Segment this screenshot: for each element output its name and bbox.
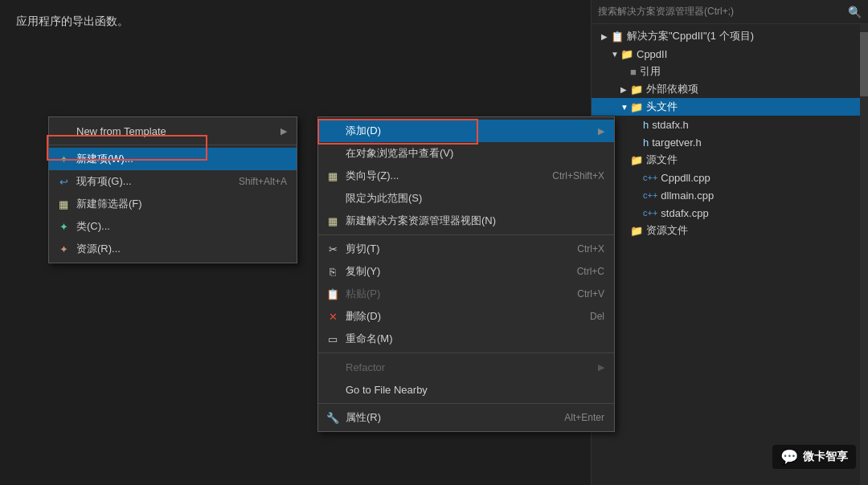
menu-item-add[interactable]: 添加(D) ▶ bbox=[318, 120, 614, 142]
new-item-icon: ✦ bbox=[55, 153, 72, 165]
project-label: CppdII bbox=[637, 48, 667, 60]
existing-item-icon: ↩ bbox=[55, 176, 72, 188]
menu-item-new-filter[interactable]: ▦ 新建筛选器(F) bbox=[49, 193, 297, 215]
menu-item-cut[interactable]: ✂ 剪切(T) Ctrl+X bbox=[318, 238, 614, 260]
copy-label: 复制(Y) bbox=[346, 264, 561, 279]
cut-shortcut: Ctrl+X bbox=[577, 243, 604, 255]
tree-item-external-deps[interactable]: ▶ 📁 外部依赖项 bbox=[592, 80, 868, 98]
class-icon: ✦ bbox=[55, 221, 72, 233]
properties-icon: 🔧 bbox=[325, 412, 341, 424]
existing-item-shortcut: Shift+Alt+A bbox=[239, 176, 287, 187]
references-label: 引用 bbox=[640, 64, 661, 79]
delete-shortcut: Del bbox=[590, 311, 604, 322]
targetver-h-label: targetver.h bbox=[652, 137, 701, 149]
solution-search-bar[interactable]: 搜索解决方案资源管理器(Ctrl+;) 🔍 bbox=[592, 0, 868, 24]
solution-label: 解决方案"CppdII"(1 个项目) bbox=[627, 29, 754, 43]
tree-item-dllmain-cpp[interactable]: c++ dllmain.cpp bbox=[592, 186, 868, 204]
cut-icon: ✂ bbox=[325, 243, 341, 255]
menu-separator-r3 bbox=[318, 403, 614, 404]
menu-item-go-to-file[interactable]: Go to File Nearby bbox=[318, 378, 614, 401]
class-wizard-label: 类向导(Z)... bbox=[346, 169, 536, 183]
menu-item-object-browser[interactable]: 在对象浏览器中查看(V) bbox=[318, 142, 614, 165]
resource-files-label: 资源文件 bbox=[646, 223, 688, 238]
menu-item-scope[interactable]: 限定为此范围(S) bbox=[318, 187, 614, 210]
solution-explorer-panel: 搜索解决方案资源管理器(Ctrl+;) 🔍 ▶ 📋 解决方案"CppdII"(1… bbox=[591, 0, 868, 485]
wechat-icon: 💬 bbox=[780, 448, 798, 466]
resource-label: 资源(R)... bbox=[76, 242, 287, 256]
solution-search-text: 搜索解决方案资源管理器(Ctrl+;) bbox=[598, 5, 848, 18]
menu-item-resource[interactable]: ✦ 资源(R)... bbox=[49, 238, 297, 260]
tree-item-source-files[interactable]: 📁 源文件 bbox=[592, 151, 868, 169]
tree-item-stdafx-cpp[interactable]: c++ stdafx.cpp bbox=[592, 204, 868, 222]
menu-item-existing-item[interactable]: ↩ 现有项(G)... Shift+Alt+A bbox=[49, 170, 297, 193]
menu-item-delete[interactable]: ✕ 删除(D) Del bbox=[318, 305, 614, 328]
dllmain-cpp-label: dllmain.cpp bbox=[661, 190, 714, 202]
solution-scrollbar[interactable] bbox=[860, 24, 868, 485]
tree-item-stdafx-h[interactable]: h stdafx.h bbox=[592, 116, 868, 133]
headers-label: 头文件 bbox=[646, 100, 678, 114]
tree-item-references[interactable]: ■ 引用 bbox=[592, 63, 868, 80]
cppdll-cpp-label: Cppdll.cpp bbox=[661, 172, 710, 184]
class-wizard-icon: ▦ bbox=[325, 170, 341, 182]
delete-icon: ✕ bbox=[325, 311, 341, 323]
rename-icon: ▭ bbox=[325, 333, 341, 345]
menu-item-copy[interactable]: ⎘ 复制(Y) Ctrl+C bbox=[318, 260, 614, 283]
cut-label: 剪切(T) bbox=[346, 242, 561, 256]
tree-item-resource-files[interactable]: 📁 资源文件 bbox=[592, 222, 868, 239]
delete-label: 删除(D) bbox=[346, 309, 574, 324]
tree-item-solution[interactable]: ▶ 📋 解决方案"CppdII"(1 个项目) bbox=[592, 27, 868, 45]
class-wizard-shortcut: Ctrl+Shift+X bbox=[552, 170, 604, 181]
tree-item-project[interactable]: ▼ 📁 CppdII bbox=[592, 45, 868, 63]
menu-item-paste: 📋 粘贴(P) Ctrl+V bbox=[318, 283, 614, 305]
context-menu-right: 添加(D) ▶ 在对象浏览器中查看(V) ▦ 类向导(Z)... Ctrl+Sh… bbox=[317, 116, 615, 432]
resource-icon: ✦ bbox=[55, 243, 72, 255]
stdafx-h-label: stdafx.h bbox=[652, 119, 689, 131]
properties-shortcut: Alt+Enter bbox=[564, 412, 604, 423]
add-submenu-arrow-icon: ▶ bbox=[598, 126, 604, 137]
new-from-template-label: New from Template bbox=[76, 125, 277, 137]
new-solution-view-icon: ▦ bbox=[325, 215, 341, 227]
paste-icon: 📋 bbox=[325, 288, 341, 300]
go-to-file-label: Go to File Nearby bbox=[346, 384, 604, 396]
editor-text: 应用程序的导出函数。 bbox=[16, 14, 129, 29]
new-solution-view-label: 新建解决方案资源管理器视图(N) bbox=[346, 214, 604, 228]
tree-item-headers[interactable]: ▼ 📁 头文件 bbox=[592, 98, 868, 116]
menu-separator-1 bbox=[49, 145, 297, 145]
new-item-label: 新建项(W)... bbox=[76, 152, 287, 166]
object-browser-label: 在对象浏览器中查看(V) bbox=[346, 146, 604, 161]
tree-item-targetver-h[interactable]: h targetver.h bbox=[592, 133, 868, 151]
class-label: 类(C)... bbox=[76, 219, 287, 234]
paste-shortcut: Ctrl+V bbox=[577, 288, 604, 300]
menu-item-new-solution-view[interactable]: ▦ 新建解决方案资源管理器视图(N) bbox=[318, 210, 614, 232]
wechat-text: 微卡智享 bbox=[803, 450, 848, 464]
menu-item-class-wizard[interactable]: ▦ 类向导(Z)... Ctrl+Shift+X bbox=[318, 165, 614, 187]
external-deps-label: 外部依赖项 bbox=[646, 82, 698, 96]
refactor-submenu-arrow-icon: ▶ bbox=[598, 362, 604, 373]
menu-separator-r2 bbox=[318, 353, 614, 353]
menu-item-properties[interactable]: 🔧 属性(R) Alt+Enter bbox=[318, 406, 614, 429]
tree-item-cppdll-cpp[interactable]: c++ Cppdll.cpp bbox=[592, 169, 868, 186]
existing-item-label: 现有项(G)... bbox=[76, 174, 223, 189]
menu-item-new-from-template[interactable]: New from Template ▶ bbox=[49, 120, 297, 142]
scrollbar-thumb[interactable] bbox=[860, 32, 868, 96]
copy-shortcut: Ctrl+C bbox=[577, 266, 604, 277]
source-files-label: 源文件 bbox=[646, 153, 678, 167]
submenu-arrow-icon: ▶ bbox=[280, 126, 287, 137]
menu-item-new-item[interactable]: ✦ 新建项(W)... bbox=[49, 148, 297, 170]
search-icon[interactable]: 🔍 bbox=[848, 6, 862, 18]
new-filter-icon: ▦ bbox=[55, 198, 72, 210]
menu-separator-r1 bbox=[318, 234, 614, 235]
add-label: 添加(D) bbox=[346, 124, 595, 138]
rename-label: 重命名(M) bbox=[346, 332, 604, 346]
wechat-watermark: 💬 微卡智享 bbox=[772, 445, 856, 469]
scope-label: 限定为此范围(S) bbox=[346, 191, 604, 206]
properties-label: 属性(R) bbox=[346, 410, 548, 425]
context-menu-left: New from Template ▶ ✦ 新建项(W)... ↩ 现有项(G)… bbox=[48, 116, 297, 263]
solution-tree: ▶ 📋 解决方案"CppdII"(1 个项目) ▼ 📁 CppdII ■ 引用 … bbox=[592, 24, 868, 243]
stdafx-cpp-label: stdafx.cpp bbox=[661, 207, 708, 219]
menu-item-class[interactable]: ✦ 类(C)... bbox=[49, 215, 297, 238]
paste-label: 粘贴(P) bbox=[346, 287, 561, 301]
menu-item-rename[interactable]: ▭ 重命名(M) bbox=[318, 328, 614, 350]
new-filter-label: 新建筛选器(F) bbox=[76, 197, 287, 211]
refactor-label: Refactor bbox=[346, 361, 595, 373]
